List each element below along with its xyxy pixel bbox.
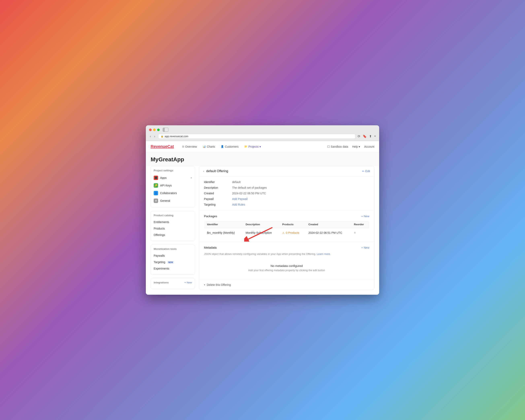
integrations-header: Integrations + New — [151, 281, 195, 286]
overview-icon: ⊞ — [182, 145, 184, 148]
info-row-created: Created 2024-02-22 06:50 PM UTC — [204, 192, 369, 195]
minimize-dot[interactable] — [153, 129, 156, 131]
page-title: MyGreatApp — [151, 156, 374, 163]
help-chevron-icon: ▾ — [359, 145, 360, 148]
targeting-label: Targeting — [204, 203, 232, 206]
address-bar[interactable]: 🔒 app.revenuecat.com — [158, 134, 356, 139]
nav-projects[interactable]: 📁 Projects ▾ — [244, 145, 261, 148]
forward-button[interactable]: › — [153, 134, 156, 139]
project-settings-title: Project settings — [151, 169, 195, 174]
sidebar-item-targeting[interactable]: Targeting NEW — [151, 259, 195, 265]
packages-header: Packages + New — [204, 215, 369, 218]
col-products: Products — [279, 221, 306, 228]
sidebar-toggle-btn[interactable] — [163, 128, 168, 132]
integrations-title: Integrations — [154, 281, 169, 284]
created-value: 2024-02-22 06:50 PM UTC — [232, 192, 266, 195]
back-button[interactable]: ‹ — [203, 169, 204, 173]
share-icon[interactable]: ⬆ — [369, 134, 372, 138]
general-label: General — [160, 199, 192, 202]
back-button[interactable]: ‹ — [149, 134, 152, 139]
sidebar-section-integrations: Integrations + New — [151, 278, 195, 289]
sidebar-item-experiments[interactable]: Experiments — [151, 265, 195, 272]
sidebar-item-apps[interactable]: ⬛ Apps ▾ — [151, 174, 195, 182]
nav-overview[interactable]: ⊞ Overview — [182, 145, 197, 148]
sidebar-item-products[interactable]: Products — [151, 225, 195, 232]
edit-label: Edit — [365, 169, 370, 173]
lock-icon: 🔒 — [161, 135, 164, 138]
new-tab-icon[interactable]: + — [374, 134, 376, 138]
customers-icon: 👤 — [221, 145, 224, 148]
charts-icon: 📊 — [203, 145, 206, 148]
collaborators-label: Collaborators — [160, 191, 192, 195]
page-title-bar: MyGreatApp — [146, 152, 379, 166]
add-paywall-link[interactable]: Add Paywall — [232, 197, 248, 201]
metadata-title: Metadata — [204, 246, 217, 249]
integrations-new-button[interactable]: + New — [184, 281, 192, 284]
edit-button[interactable]: ✏ Edit — [362, 169, 370, 173]
sidebar-item-entitlements[interactable]: Entitlements — [151, 219, 195, 225]
sidebar-item-api-keys[interactable]: 🔑 API Keys — [151, 182, 195, 189]
panel-header-left: ‹ default Offering — [203, 169, 228, 173]
sidebar-section-product-catalog: Product catalog Entitlements Products Of… — [151, 211, 195, 241]
no-metadata-subtitle: Add your first offering metadata propert… — [208, 269, 365, 272]
collaborators-icon: 👤 — [154, 191, 158, 195]
products-count: 0 Products — [286, 231, 299, 234]
products-cell: ⚠ 0 Products — [282, 231, 303, 234]
sidebar-item-paywalls[interactable]: Paywalls — [151, 252, 195, 259]
warning-icon: ⚠ — [282, 231, 285, 234]
learn-more-link[interactable]: Learn more. — [317, 252, 331, 255]
packages-new-button[interactable]: + New — [361, 215, 369, 218]
add-rules-link[interactable]: Add Rules — [232, 203, 245, 206]
packages-section: Packages + New Identifier Description Pr… — [199, 210, 374, 242]
col-identifier: Identifier — [204, 221, 243, 228]
browser-nav: ‹ › — [149, 134, 156, 139]
product-catalog-title: Product catalog — [151, 214, 195, 219]
metadata-description: JSON object that allows remotely configu… — [204, 252, 369, 256]
sandbox-icon: ☐ — [327, 145, 330, 148]
browser-dots — [149, 128, 376, 132]
metadata-header: Metadata + New — [204, 246, 369, 249]
info-row-identifier: Identifier default — [204, 180, 369, 184]
panel-header: ‹ default Offering ✏ Edit — [199, 166, 374, 177]
row-identifier-cell: $rc_monthly (Monthly) — [204, 228, 243, 238]
nav-charts[interactable]: 📊 Charts — [203, 145, 215, 148]
delete-label: Delete this Offering — [207, 283, 231, 286]
nav-customers[interactable]: 👤 Customers — [221, 145, 239, 148]
arrow-container: Identifier Description Products Created … — [204, 221, 369, 238]
sidebar-section-monetization: Monetization tools Paywalls Targeting NE… — [151, 244, 195, 275]
main-content-wrapper: Project settings ⬛ Apps ▾ 🔑 API Keys 👤 C… — [146, 166, 379, 295]
main-panel: ‹ default Offering ✏ Edit Identifier def… — [199, 166, 374, 290]
maximize-dot[interactable] — [157, 129, 160, 131]
account-link[interactable]: Account — [364, 145, 374, 148]
sidebar-item-general[interactable]: ⚙ General — [151, 197, 195, 205]
sandbox-data-link[interactable]: ☐ Sandbox data — [327, 145, 348, 148]
info-row-paywall: Paywall Add Paywall — [204, 197, 369, 201]
close-dot[interactable] — [149, 129, 152, 131]
info-row-description: Description The default set of packages — [204, 186, 369, 189]
table-row[interactable]: $rc_monthly (Monthly) Monthly Subscripti… — [204, 228, 369, 238]
reorder-icon[interactable]: ≡ — [354, 231, 356, 234]
delete-offering-row[interactable]: ▾ Delete this Offering — [204, 283, 369, 286]
row-description-cell: Monthly Subscription — [243, 228, 279, 238]
targeting-new-badge: NEW — [167, 261, 174, 264]
metadata-section: Metadata + New JSON object that allows r… — [199, 242, 374, 280]
help-link[interactable]: Help ▾ — [352, 145, 360, 148]
general-icon: ⚙ — [154, 198, 158, 203]
apps-icon: ⬛ — [154, 176, 158, 180]
api-keys-icon: 🔑 — [154, 183, 158, 188]
row-reorder-cell: ≡ — [351, 228, 369, 238]
packages-title: Packages — [204, 215, 217, 218]
sidebar-item-offerings[interactable]: Offerings — [151, 232, 195, 238]
identifier-label: Identifier — [204, 180, 232, 184]
sidebar: Project settings ⬛ Apps ▾ 🔑 API Keys 👤 C… — [151, 166, 195, 290]
row-products-cell: ⚠ 0 Products — [279, 228, 306, 238]
metadata-new-button[interactable]: + New — [361, 246, 369, 249]
paywall-label: Paywall — [204, 197, 232, 201]
translate-icon[interactable]: ⟳ — [358, 134, 360, 138]
description-label: Description — [204, 186, 232, 189]
sidebar-item-collaborators[interactable]: 👤 Collaborators — [151, 189, 195, 197]
apps-label: Apps — [160, 176, 189, 179]
packages-table: Identifier Description Products Created … — [204, 221, 369, 238]
logo: RevenueCat — [151, 144, 174, 149]
bookmark-icon[interactable]: 🔖 — [363, 134, 367, 138]
